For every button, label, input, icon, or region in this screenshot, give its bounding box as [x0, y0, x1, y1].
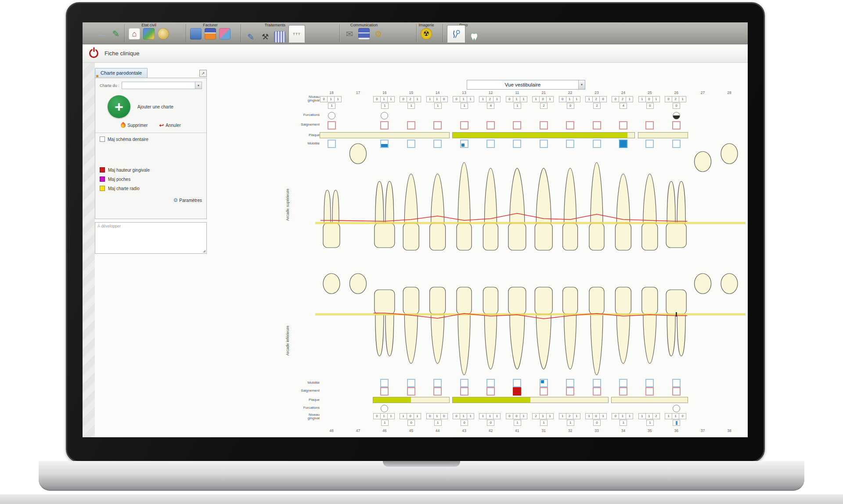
- niveau-cell[interactable]: 0: [539, 96, 547, 102]
- niveau-cell[interactable]: 1: [652, 96, 660, 102]
- niveau-cell[interactable]: 1: [638, 413, 646, 419]
- niveau-cell[interactable]: 1: [546, 413, 554, 419]
- mobilite-box[interactable]: [407, 379, 415, 387]
- niveau-cell[interactable]: 1: [486, 413, 494, 419]
- niveau-cell[interactable]: 1: [566, 96, 573, 102]
- saignement-box[interactable]: [619, 387, 627, 396]
- chevron-down-icon[interactable]: ▼: [578, 80, 585, 89]
- eraser-icon[interactable]: [219, 28, 231, 40]
- niveau-cell[interactable]: 1: [387, 96, 395, 102]
- niveau-cell[interactable]: 0: [400, 96, 407, 102]
- mobilite-box[interactable]: [407, 140, 415, 148]
- mobilite-box[interactable]: [672, 379, 681, 387]
- cancel-button[interactable]: ↩ Annuler: [159, 122, 180, 128]
- furcation-circle[interactable]: [381, 405, 388, 412]
- niveau-cell[interactable]: 0: [320, 96, 328, 102]
- niveau-cell[interactable]: 0: [453, 413, 460, 419]
- niveau-cell[interactable]: 2: [532, 413, 540, 419]
- saignement-box[interactable]: [593, 387, 601, 396]
- notes-textarea[interactable]: À développer ◢: [95, 222, 207, 254]
- saignement-box[interactable]: [380, 121, 389, 130]
- niveau-cell[interactable]: 1: [546, 96, 554, 102]
- niveau-cell[interactable]: 1: [433, 96, 441, 102]
- niveau-cell[interactable]: 0: [612, 413, 619, 419]
- delete-button[interactable]: Supprimer: [121, 122, 148, 128]
- plaque-bar[interactable]: [452, 132, 635, 138]
- charte-du-select[interactable]: ▼: [122, 82, 202, 89]
- niveau-cell[interactable]: 2: [619, 96, 626, 102]
- mobilite-box[interactable]: [540, 140, 548, 148]
- mobilite-box[interactable]: [513, 140, 521, 148]
- niveau-cell[interactable]: 1: [433, 413, 441, 419]
- niveau-cell[interactable]: 1: [327, 96, 335, 102]
- niveau-cell[interactable]: 1: [599, 413, 607, 419]
- chevron-down-icon[interactable]: ▼: [195, 82, 202, 89]
- niveau-cell[interactable]: 1: [638, 96, 646, 102]
- niveau-cell[interactable]: 1: [520, 413, 527, 419]
- niveau-cell[interactable]: 1: [585, 413, 593, 419]
- niveau-cell[interactable]: 1: [380, 413, 388, 419]
- niveau-cell[interactable]: 2: [407, 96, 414, 102]
- saignement-box[interactable]: [593, 121, 601, 130]
- niveau-cell[interactable]: 0: [440, 413, 448, 419]
- bone-chart-icon[interactable]: [274, 31, 285, 43]
- back-arrow-icon[interactable]: ←: [96, 28, 107, 40]
- plaque-bar[interactable]: [373, 397, 450, 403]
- niveau-cell[interactable]: 1: [334, 96, 342, 102]
- mobilite-box[interactable]: [380, 379, 389, 387]
- niveau-cell[interactable]: 1: [673, 420, 680, 426]
- niveau-cell[interactable]: 0: [440, 96, 448, 102]
- niveau-cell[interactable]: 0: [679, 413, 686, 419]
- niveau-cell[interactable]: 0: [592, 413, 600, 419]
- mobilite-box[interactable]: [513, 379, 521, 387]
- niveau-cell[interactable]: 1: [520, 96, 527, 102]
- niveau-cell[interactable]: 0: [506, 96, 513, 102]
- plaque-bar[interactable]: [452, 397, 609, 403]
- niveau-cell[interactable]: 0: [506, 413, 513, 419]
- niveau-cell[interactable]: 0: [453, 96, 460, 102]
- niveau-cell[interactable]: 2: [593, 103, 601, 109]
- mobilite-box[interactable]: [380, 140, 389, 148]
- niveau-cell[interactable]: 1: [493, 413, 501, 419]
- niveau-cell[interactable]: 0: [612, 96, 619, 102]
- niveau-cell[interactable]: 1: [679, 96, 686, 102]
- plaque-bar[interactable]: [611, 397, 688, 403]
- niveau-cell[interactable]: 1: [387, 413, 395, 419]
- niveau-cell[interactable]: 1: [573, 413, 580, 419]
- niveau-cell[interactable]: 1: [414, 413, 421, 419]
- niveau-cell[interactable]: 1: [426, 96, 434, 102]
- niveau-cell[interactable]: 4: [620, 103, 627, 109]
- niveau-cell[interactable]: 0: [665, 96, 672, 102]
- mobilite-box[interactable]: [486, 140, 495, 148]
- niveau-cell[interactable]: 0: [673, 103, 680, 109]
- saignement-box[interactable]: [407, 387, 415, 396]
- mobilite-box[interactable]: [593, 379, 601, 387]
- niveau-cell[interactable]: 1: [513, 96, 520, 102]
- niveau-cell[interactable]: 1: [381, 103, 389, 109]
- niveau-cell[interactable]: 2: [652, 413, 660, 419]
- third-party-payers-icon[interactable]: [190, 28, 202, 40]
- saignement-box[interactable]: [672, 387, 681, 396]
- saignement-box[interactable]: [380, 387, 389, 396]
- saignement-box[interactable]: [486, 121, 495, 130]
- gold-disc-icon[interactable]: [158, 28, 169, 40]
- niveau-cell[interactable]: 1: [460, 96, 467, 102]
- saignement-box[interactable]: [566, 121, 574, 130]
- niveau-cell[interactable]: 0: [513, 413, 520, 419]
- home-icon[interactable]: ⌂: [129, 28, 140, 40]
- niveau-cell[interactable]: 2: [672, 96, 679, 102]
- view-select[interactable]: Vue vestibulaire ▼: [467, 80, 585, 90]
- niveau-cell[interactable]: 1: [381, 420, 389, 426]
- mobilite-box[interactable]: [460, 379, 468, 387]
- niveau-cell[interactable]: 1: [407, 103, 415, 109]
- niveau-cell[interactable]: 1: [567, 420, 574, 426]
- patients-icon[interactable]: [143, 28, 155, 40]
- niveau-cell[interactable]: 1: [479, 413, 486, 419]
- niveau-cell[interactable]: 2: [566, 413, 573, 419]
- saignement-box[interactable]: [407, 121, 415, 130]
- niveau-cell[interactable]: 1: [467, 96, 474, 102]
- drill-icon[interactable]: ⚙: [373, 28, 384, 40]
- niveau-cell[interactable]: 1: [328, 103, 335, 109]
- perio-probe-tab[interactable]: [447, 25, 465, 43]
- niveau-cell[interactable]: 0: [593, 420, 601, 426]
